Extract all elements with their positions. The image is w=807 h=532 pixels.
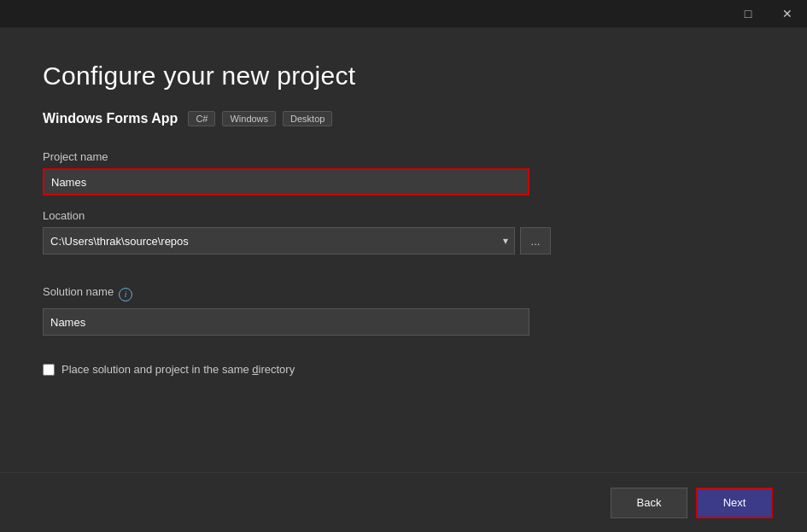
form-section: Project name Location C:\Users\thrak\sou… — [43, 150, 764, 376]
solution-name-group: Solution name i — [43, 285, 764, 336]
main-content: Configure your new project Windows Forms… — [0, 27, 807, 532]
project-name-input[interactable] — [43, 168, 529, 196]
tag-csharp: C# — [188, 111, 215, 126]
checkbox-row: Place solution and project in the same d… — [43, 363, 764, 376]
tag-windows: Windows — [222, 111, 276, 126]
solution-label-row: Solution name i — [43, 285, 764, 303]
project-name-group: Project name — [43, 150, 764, 196]
bottom-bar: Back Next — [0, 472, 807, 532]
location-group: Location C:\Users\thrak\source\repos ... — [43, 209, 764, 272]
page-title: Configure your new project — [43, 61, 764, 91]
same-directory-label[interactable]: Place solution and project in the same d… — [61, 363, 295, 376]
maximize-button[interactable]: □ — [728, 0, 768, 27]
location-row: C:\Users\thrak\source\repos ... — [43, 227, 764, 254]
same-directory-checkbox[interactable] — [43, 364, 55, 376]
app-type-row: Windows Forms App C# Windows Desktop — [43, 111, 764, 126]
tag-desktop: Desktop — [283, 111, 332, 126]
title-bar: □ ✕ — [728, 0, 807, 27]
location-dropdown[interactable]: C:\Users\thrak\source\repos — [43, 227, 515, 254]
info-icon: i — [119, 288, 132, 301]
location-dropdown-wrapper: C:\Users\thrak\source\repos — [43, 227, 515, 254]
next-button[interactable]: Next — [696, 488, 773, 518]
close-button[interactable]: ✕ — [768, 0, 807, 27]
browse-button[interactable]: ... — [520, 227, 551, 254]
back-button[interactable]: Back — [611, 488, 687, 518]
solution-name-input[interactable] — [43, 308, 529, 336]
solution-name-label: Solution name — [43, 285, 114, 298]
app-type-name: Windows Forms App — [43, 111, 178, 126]
location-label: Location — [43, 209, 764, 222]
project-name-label: Project name — [43, 150, 764, 163]
